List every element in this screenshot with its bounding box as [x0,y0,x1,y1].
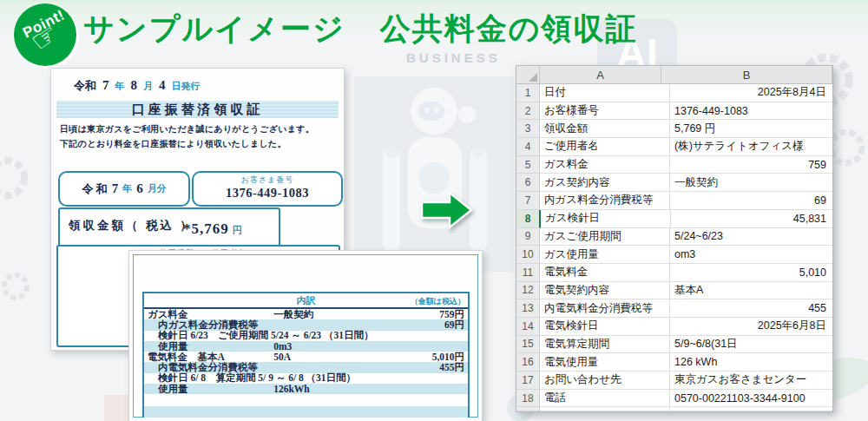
cell-b: 45,831 [671,210,832,228]
point-badge: Point! ☞ [14,3,76,66]
billing-period-box: 令 和 7 年 6 月分 [58,171,190,207]
greeting-line-1: 日頃は東京ガスをご利用いただき誠にありがとうございます。 [60,122,314,137]
cell-b: 5,010 [670,264,832,282]
sheet-row-14: 14電気検針日2025年6月8日 [516,318,832,336]
period-era: 令 和 [82,181,107,197]
customer-number-value: 1376-449-1083 [194,186,341,201]
row-mid: 126kWh [273,384,310,394]
sheet-row-18: 18電話0570-00221103-3344-9100 [516,390,832,408]
cell-a: 電気料金 [540,264,670,282]
breakdown-row: 使用量 126kWh [144,384,468,394]
cell-a: お問い合わせ先 [540,372,670,390]
issue-day: 4 [159,78,166,92]
cell-a: 電話 [540,390,670,408]
amount-value: *5,769円 [183,220,243,238]
issue-month-unit: 月 [143,81,153,91]
row-number: 18 [516,390,540,408]
cell-b: (株)サテライトオフィス様 [670,138,832,156]
row-number: 16 [516,353,540,372]
sheet-row-9: 9ガスご使用期間5/24~6/23 [516,228,832,247]
receipt-issue-date: 令和7年8月4日発行 [74,78,201,94]
sheet-row-1: 1日付2025年8月4日 [516,84,832,102]
cell-a: 領収金額 [540,120,670,138]
sheet-row-12: 12電気契約内容基本A [516,282,832,300]
sheet-row-19-partial [516,407,832,411]
breakdown-filler-row [144,406,468,418]
sheet-row-2: 2お客様番号1376-449-1083 [516,102,832,121]
row-number: 6 [516,174,540,192]
column-header-a: A [540,66,661,83]
row-number: 15 [516,336,540,354]
spreadsheet: A B 1日付2025年8月4日 2お客様番号1376-449-1083 3領収… [516,65,833,412]
row-number: 7 [516,192,540,210]
cell-b: 69 [670,192,832,210]
cell-a: ガスご使用期間 [540,228,670,247]
breakdown-header: 内訳 （金額は税込） [144,293,468,309]
cell-b [670,407,832,411]
cell-b: 基本A [670,282,832,300]
row-number: 1 [516,84,540,102]
select-all-corner [516,66,540,83]
amount-unit: 円 [233,225,243,235]
cell-b: 5,769 円 [670,120,832,138]
cell-b: 5/9~6/8(31日 [670,336,832,354]
row-number: 4 [516,138,540,156]
period-month-unit: 月分 [148,182,167,195]
row-number [516,407,540,411]
sheet-row-16: 16電気使用量126 kWh [516,353,832,372]
breakdown-filler-row [144,394,468,405]
sheet-row-8: 8ガス検針日45,831 [516,210,832,228]
breakdown-row: 検針日 6/ 8 算定期間 5/ 9 ～ 6/ 8 （31日間） [144,373,468,384]
sheet-row-3: 3領収金額5,769 円 [516,120,832,138]
cell-a: 電気算定期間 [540,336,670,354]
cell-a: 日付 [540,84,670,102]
slide-canvas: BUSINESS AI Point! ☞ サンプルイメージ 公共料金の領収証 [0,0,868,421]
sheet-row-7: 7内ガス料金分消費税等69 [516,192,832,210]
cell-b: 126 kWh [670,353,832,372]
cell-b: 1376-449-1083 [670,102,832,121]
sheet-row-6: 6ガス契約内容一般契約 [516,174,832,192]
sheet-row-5: 5ガス料金759 [516,156,832,174]
issue-month: 8 [131,78,138,92]
cell-b: 0570-00221103-3344-9100 [670,390,832,408]
cell-a: 内ガス料金分消費税等 [540,192,670,210]
sheet-row-10: 10ガス使用量om3 [516,246,832,264]
receipt-greeting: 日頃は東京ガスをご利用いただき誠にありがとうございます。 下記のとおり料金を口座… [60,122,314,151]
customer-number-box: お客さま番号 1376-449-1083 [192,171,343,207]
row-number: 11 [516,264,540,282]
row-number: 14 [516,318,540,336]
sheet-row-11: 11電気料金5,010 [516,264,832,282]
receipt-bottom: 内訳 （金額は税込） ガス料金 一般契約 759円 内ガス料金分消費税等 69円… [128,250,483,421]
issue-era: 令和 [74,79,96,92]
breakdown-row: 検針日 6/23 ご使用期間 5/24 ～ 6/23 （31日間） [144,331,468,341]
cell-a: 電気契約内容 [540,282,670,300]
spreadsheet-column-headers: A B [516,66,832,84]
row-number: 10 [516,246,540,264]
page-title-right: 公共料金の領収証 [380,9,638,49]
business-watermark: BUSINESS [406,50,501,65]
conversion-arrow-icon [420,189,474,234]
cell-b: 東京ガスお客さまセンター [670,372,832,390]
row-number-selected: 8 [516,210,541,228]
cell-b: om3 [670,246,832,264]
sheet-row-17: 17お問い合わせ先東京ガスお客さまセンター [516,372,832,390]
customer-number-label: お客さま番号 [194,174,341,186]
row-number: 3 [516,120,540,138]
greeting-line-2: 下記のとおり料金を口座振替により領収いたしました。 [60,137,314,152]
receipt-title: 口座振替済領収証 [56,101,339,118]
breakdown-table: 内訳 （金額は税込） ガス料金 一般契約 759円 内ガス料金分消費税等 69円… [142,292,470,418]
amount-number: *5,769 [183,220,229,237]
sheet-row-15: 15電気算定期間5/9~6/8(31日 [516,336,832,354]
period-month: 6 [136,181,143,196]
cell-a: ガス料金 [540,156,670,174]
cell-a: ガス契約内容 [540,174,670,192]
row-number: 9 [516,228,540,247]
amount-box: 領収金額（ 税込 ） *5,769円 [58,207,280,247]
issue-day-unit: 日発行 [172,81,201,91]
robot-illustration [354,76,514,272]
cell-b: 5/24~6/23 [670,228,832,247]
cell-a [540,407,670,411]
cell-b: 一般契約 [670,174,832,192]
row-number: 5 [516,156,540,174]
cell-a: 内電気料金分消費税等 [540,299,670,318]
